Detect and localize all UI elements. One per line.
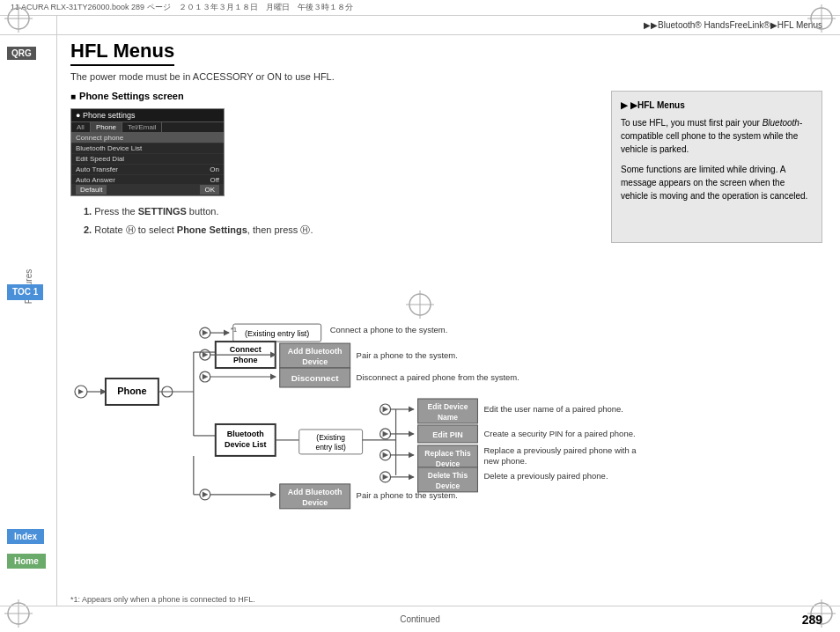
- svg-point-50: [380, 404, 391, 415]
- svg-text:Add Bluetooth: Add Bluetooth: [288, 488, 343, 496]
- step-1: 1. Press the SETTINGS button.: [84, 205, 598, 218]
- svg-text:Name: Name: [438, 413, 458, 422]
- two-col-layout: Phone Settings screen ● Phone settings A…: [70, 91, 822, 243]
- note-box: ▶▶HFL Menus To use HFL, you must first p…: [611, 91, 822, 243]
- svg-text:Phone: Phone: [233, 356, 257, 364]
- svg-text:(Existing entry list): (Existing entry list): [245, 329, 309, 338]
- svg-text:new phone.: new phone.: [483, 456, 527, 466]
- continued-text: Continued: [400, 614, 440, 624]
- svg-point-69: [200, 489, 210, 500]
- svg-rect-73: [280, 484, 350, 509]
- ps-default-btn: Default: [76, 185, 107, 195]
- bottom-bar: Continued 289: [0, 606, 840, 632]
- step-2: 2. Rotate Ⓗ to select Phone Settings, th…: [84, 224, 598, 237]
- svg-text:Delete This: Delete This: [428, 471, 468, 480]
- footnote: *1: Appears only when a phone is connect…: [70, 593, 255, 604]
- ps-tab-phone: Phone: [91, 122, 122, 132]
- svg-text:Add Bluetooth: Add Bluetooth: [288, 347, 343, 356]
- ps-row-btlist: Bluetooth Device List: [71, 143, 224, 154]
- svg-text:Replace a previously paired ph: Replace a previously paired phone with a: [483, 445, 637, 455]
- left-column: Phone Settings screen ● Phone settings A…: [70, 91, 598, 243]
- breadcrumb: ▶▶Bluetooth® HandsFreeLink®▶HFL Menus: [644, 20, 822, 30]
- svg-rect-66: [418, 467, 478, 492]
- svg-rect-25: [233, 324, 321, 342]
- svg-text:Edit PIN: Edit PIN: [432, 430, 462, 439]
- svg-text:Connect: Connect: [230, 345, 262, 354]
- svg-text:Device: Device: [436, 481, 461, 490]
- file-info-bar: 11 ACURA RLX-31TY26000.book 289 ページ ２０１３…: [0, 0, 840, 16]
- svg-text:Device: Device: [302, 498, 328, 507]
- svg-text:Pair a phone to the system.: Pair a phone to the system.: [357, 490, 458, 500]
- qrg-badge[interactable]: QRG: [7, 47, 36, 60]
- svg-rect-45: [299, 430, 363, 454]
- svg-rect-61: [418, 445, 478, 470]
- svg-rect-32: [280, 343, 350, 368]
- ps-footer: Default OK: [71, 184, 224, 195]
- svg-rect-41: [216, 424, 276, 456]
- ps-tab-telemail: Tel/Email: [122, 122, 162, 132]
- ps-row-connect: Connect phone: [71, 133, 224, 143]
- flow-diagram-container: Phone (Existing entry list) Connect Phon…: [62, 273, 827, 511]
- crosshair-tr: [807, 4, 836, 33]
- svg-text:Disconnect a paired phone from: Disconnect a paired phone from the syste…: [357, 372, 519, 382]
- file-info-text: 11 ACURA RLX-31TY26000.book 289 ページ ２０１３…: [11, 2, 353, 13]
- svg-text:*1: *1: [231, 326, 238, 334]
- svg-text:Disconnect: Disconnect: [291, 373, 339, 383]
- svg-text:Create a security PIN for a pa: Create a security PIN for a paired phone…: [483, 429, 635, 438]
- left-sidebar: QRG Features TOC 1 Index Home: [0, 16, 57, 606]
- ps-row-autotransfer: Auto TransferOn: [71, 165, 224, 175]
- svg-text:Phone: Phone: [117, 386, 147, 396]
- svg-rect-37: [280, 368, 350, 387]
- steps-section: 1. Press the SETTINGS button. 2. Rotate …: [84, 205, 598, 238]
- svg-text:Device List: Device List: [225, 440, 266, 449]
- svg-text:Edit Device: Edit Device: [428, 402, 468, 411]
- svg-point-55: [380, 429, 391, 439]
- toc-badge[interactable]: TOC 1: [7, 284, 43, 300]
- page-number: 289: [802, 613, 822, 627]
- home-badge[interactable]: Home: [7, 554, 46, 569]
- note-box-header: ▶▶HFL Menus: [621, 99, 813, 112]
- svg-text:Pair a phone to the system.: Pair a phone to the system.: [357, 350, 458, 360]
- note-line-2: Some functions are limited while driving…: [621, 163, 813, 202]
- svg-point-15: [75, 386, 87, 398]
- ps-ok-btn: OK: [200, 185, 219, 195]
- svg-rect-17: [106, 378, 158, 405]
- section-header-phone-settings: Phone Settings screen: [70, 91, 598, 101]
- page-title: HFL Menus: [70, 40, 174, 66]
- ps-header: ● Phone settings: [71, 109, 224, 122]
- index-badge[interactable]: Index: [7, 529, 44, 544]
- svg-text:Bluetooth: Bluetooth: [227, 430, 264, 438]
- svg-text:Replace This: Replace This: [424, 449, 471, 458]
- flow-svg: Phone (Existing entry list) Connect Phon…: [62, 273, 827, 511]
- svg-point-64: [380, 472, 391, 482]
- svg-rect-27: [216, 342, 276, 368]
- header-bar: ▶▶Bluetooth® HandsFreeLink®▶HFL Menus: [0, 16, 840, 35]
- svg-rect-57: [418, 425, 478, 443]
- phone-settings-screenshot: ● Phone settings All Phone Tel/Email Con…: [70, 108, 225, 196]
- svg-text:Connect a phone to the system.: Connect a phone to the system.: [330, 325, 448, 334]
- svg-text:Delete a previously paired pho: Delete a previously paired phone.: [483, 471, 608, 481]
- svg-text:Device: Device: [436, 459, 461, 468]
- svg-point-23: [200, 327, 210, 338]
- note-line-1: To use HFL, you must first pair your Blu…: [621, 116, 813, 156]
- svg-point-59: [380, 450, 391, 460]
- svg-text:Device: Device: [302, 357, 328, 366]
- svg-point-20: [162, 386, 173, 397]
- svg-text:(Existing: (Existing: [316, 433, 345, 442]
- svg-point-30: [200, 349, 210, 360]
- svg-text:entry list): entry list): [315, 443, 346, 452]
- ps-tab-all: All: [71, 122, 91, 132]
- ps-row-speeddial: Edit Speed Dial: [71, 154, 224, 165]
- svg-point-35: [200, 371, 210, 382]
- svg-text:Edit the user name of a paired: Edit the user name of a paired phone.: [483, 404, 623, 414]
- svg-rect-52: [418, 399, 478, 423]
- intro-text: The power mode must be in ACCESSORY or O…: [70, 71, 822, 82]
- ps-tabs: All Phone Tel/Email: [71, 122, 224, 133]
